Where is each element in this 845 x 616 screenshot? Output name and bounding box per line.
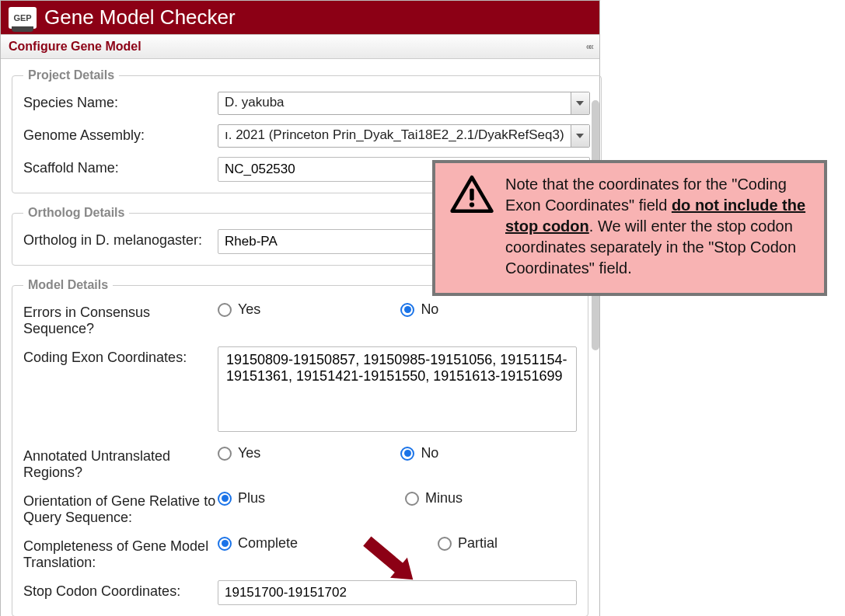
species-select[interactable]: D. yakuba <box>218 92 590 115</box>
ortholog-label: Ortholog in D. melanogaster: <box>23 229 218 249</box>
orientation-plus-radio[interactable] <box>218 492 232 506</box>
scaffold-label: Scaffold Name: <box>23 157 218 176</box>
app-title: Gene Model Checker <box>44 5 236 30</box>
stop-label: Stop Codon Coordinates: <box>23 580 218 600</box>
assembly-select[interactable]: ı. 2021 (Princeton Prin_Dyak_Tai18E2_2.1… <box>218 124 590 148</box>
completeness-complete-label: Complete <box>238 535 298 552</box>
gep-logo-icon: GEP <box>9 7 37 29</box>
assembly-value: ı. 2021 (Princeton Prin_Dyak_Tai18E2_2.1… <box>218 125 571 147</box>
errors-yes-label: Yes <box>238 301 260 318</box>
errors-label: Errors in Consensus Sequence? <box>23 301 218 337</box>
model-details-legend: Model Details <box>23 278 113 292</box>
completeness-partial-radio[interactable] <box>438 537 452 551</box>
callout-text: Note that the coordinates for the "Codin… <box>505 174 810 279</box>
species-value: D. yakuba <box>218 92 571 114</box>
utr-no-label: No <box>421 445 438 461</box>
species-label: Species Name: <box>23 92 218 111</box>
scrollbar[interactable] <box>591 37 600 616</box>
utr-label: Annotated Untranslated Regions? <box>23 445 218 481</box>
completeness-partial-label: Partial <box>458 535 498 552</box>
panel-body: Project Details Species Name: D. yakuba … <box>1 59 599 616</box>
orientation-label: Orientation of Gene Relative to Query Se… <box>23 490 218 526</box>
chevron-down-icon <box>576 101 584 106</box>
ortholog-details-legend: Ortholog Details <box>23 206 129 220</box>
panel-title: Configure Gene Model <box>9 40 141 54</box>
assembly-label: Genome Assembly: <box>23 124 218 144</box>
chevron-down-icon <box>576 134 584 138</box>
titlebar: GEP Gene Model Checker <box>1 1 599 34</box>
model-details-fieldset: Model Details Errors in Consensus Sequen… <box>12 278 588 616</box>
species-dropdown-button[interactable] <box>571 92 589 114</box>
coords-textarea[interactable] <box>218 346 577 432</box>
app-window: GEP Gene Model Checker Configure Gene Mo… <box>0 0 600 616</box>
assembly-dropdown-button[interactable] <box>571 125 589 147</box>
utr-yes-label: Yes <box>238 445 260 461</box>
orientation-minus-radio[interactable] <box>405 492 419 506</box>
utr-yes-radio[interactable] <box>218 447 232 461</box>
callout-box: Note that the coordinates for the "Codin… <box>432 160 827 296</box>
errors-no-label: No <box>421 301 438 318</box>
errors-yes-radio[interactable] <box>218 303 232 317</box>
svg-point-1 <box>470 202 474 207</box>
svg-rect-0 <box>470 189 473 200</box>
orientation-minus-label: Minus <box>425 490 463 506</box>
utr-no-radio[interactable] <box>400 447 414 461</box>
project-details-legend: Project Details <box>23 68 119 82</box>
completeness-complete-radio[interactable] <box>218 537 232 551</box>
coords-label: Coding Exon Coordinates: <box>23 346 218 366</box>
orientation-plus-label: Plus <box>238 490 265 506</box>
completeness-label: Completeness of Gene Model Translation: <box>23 535 218 571</box>
warning-icon <box>449 174 494 214</box>
errors-no-radio[interactable] <box>400 303 414 317</box>
panel-header: Configure Gene Model «« <box>1 34 599 59</box>
